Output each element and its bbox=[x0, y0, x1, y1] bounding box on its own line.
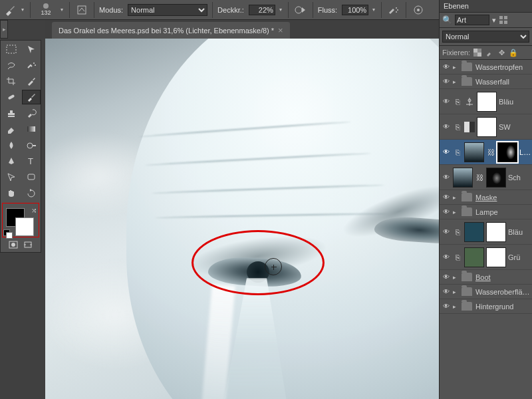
layer-thumb[interactable] bbox=[453, 168, 473, 188]
layer-row[interactable]: 👁▸Wassertropfen bbox=[440, 60, 532, 74]
disclosure-triangle[interactable]: ▸ bbox=[453, 194, 460, 201]
hand-tool[interactable] bbox=[2, 186, 21, 200]
layer-row[interactable]: 👁▸Lampe bbox=[440, 205, 532, 219]
rotate-view-tool[interactable] bbox=[22, 186, 41, 200]
pen-tool[interactable] bbox=[2, 154, 21, 168]
visibility-toggle[interactable]: 👁 bbox=[442, 63, 451, 70]
layer-row[interactable]: 👁▸Boot bbox=[440, 270, 532, 285]
dodge-tool[interactable] bbox=[22, 138, 41, 152]
layers-panel-tab[interactable]: Ebenen bbox=[440, 0, 532, 13]
layer-name[interactable]: Boot bbox=[475, 273, 530, 281]
chevron-down-icon[interactable]: ▾ bbox=[21, 7, 24, 13]
type-tool[interactable]: T bbox=[22, 154, 41, 168]
grid-icon[interactable] bbox=[499, 15, 508, 25]
screen-mode-toggle[interactable] bbox=[21, 239, 35, 251]
history-brush-tool[interactable] bbox=[22, 106, 41, 120]
swap-colors-icon[interactable]: ⤭ bbox=[31, 207, 37, 214]
quickmask-toggle[interactable] bbox=[7, 239, 20, 251]
flow-input[interactable] bbox=[342, 5, 368, 15]
visibility-toggle[interactable]: 👁 bbox=[442, 123, 451, 130]
visibility-toggle[interactable]: 👁 bbox=[442, 228, 451, 235]
layer-name[interactable]: Maske bbox=[475, 194, 530, 201]
airbrush-icon[interactable] bbox=[386, 3, 401, 17]
layer-row[interactable]: 👁⎘⛓Lich bbox=[440, 140, 532, 165]
path-select-tool[interactable] bbox=[2, 170, 21, 184]
disclosure-triangle[interactable]: ▸ bbox=[453, 64, 460, 70]
close-icon[interactable]: × bbox=[278, 25, 283, 35]
move-tool[interactable] bbox=[22, 42, 41, 57]
layer-row[interactable]: 👁▸Wasseroberfläch bbox=[440, 285, 532, 299]
layer-kind-filter[interactable] bbox=[455, 15, 489, 25]
visibility-toggle[interactable]: 👁 bbox=[442, 303, 451, 310]
layer-row[interactable]: 👁▸Wasserfall bbox=[440, 74, 532, 89]
canvas[interactable] bbox=[45, 39, 439, 399]
layer-name[interactable]: Hintergrund bbox=[475, 303, 530, 311]
shape-tool[interactable] bbox=[22, 170, 41, 184]
quick-select-tool[interactable] bbox=[22, 58, 41, 72]
layer-thumb[interactable] bbox=[464, 247, 484, 267]
layer-mask-thumb[interactable] bbox=[477, 117, 497, 137]
visibility-toggle[interactable]: 👁 bbox=[442, 194, 451, 201]
layer-row[interactable]: 👁⎘Bläu bbox=[440, 89, 532, 114]
visibility-toggle[interactable]: 👁 bbox=[442, 98, 451, 105]
chevron-down-icon[interactable]: ▾ bbox=[492, 16, 496, 25]
chevron-down-icon[interactable]: ▾ bbox=[279, 7, 282, 13]
eyedropper-tool[interactable] bbox=[22, 74, 41, 88]
pressure-size-icon[interactable] bbox=[411, 3, 426, 17]
visibility-toggle[interactable]: 👁 bbox=[442, 253, 451, 261]
lock-transparent-icon[interactable] bbox=[473, 48, 482, 57]
lasso-tool[interactable] bbox=[2, 58, 21, 72]
layer-name[interactable]: Bläu bbox=[499, 98, 527, 106]
layer-name[interactable]: Wasserfall bbox=[475, 78, 530, 86]
layer-row[interactable]: 👁▸Maske bbox=[440, 190, 532, 205]
layer-name[interactable]: Lampe bbox=[475, 208, 530, 216]
visibility-toggle[interactable]: 👁 bbox=[442, 273, 451, 281]
search-icon[interactable]: 🔍 bbox=[442, 15, 452, 25]
layer-thumb[interactable] bbox=[464, 222, 484, 242]
disclosure-triangle[interactable]: ▸ bbox=[453, 289, 460, 295]
layer-mask-thumb[interactable] bbox=[486, 222, 506, 242]
visibility-toggle[interactable]: 👁 bbox=[442, 174, 451, 181]
tool-preset-button[interactable] bbox=[3, 3, 17, 17]
gradient-tool[interactable] bbox=[22, 122, 41, 136]
blur-tool[interactable] bbox=[2, 138, 21, 152]
disclosure-triangle[interactable]: ▸ bbox=[453, 303, 460, 310]
layer-mask-thumb[interactable] bbox=[486, 247, 506, 267]
layer-name[interactable]: Lich bbox=[519, 148, 530, 156]
layer-mask-thumb[interactable] bbox=[486, 168, 506, 188]
visibility-toggle[interactable]: 👁 bbox=[442, 288, 451, 295]
opacity-input[interactable] bbox=[249, 5, 275, 15]
layer-name[interactable]: Bläu bbox=[508, 228, 527, 236]
layer-mask-thumb[interactable] bbox=[497, 142, 517, 162]
chevron-down-icon[interactable]: ▾ bbox=[372, 7, 375, 13]
heal-tool[interactable] bbox=[2, 90, 21, 104]
layer-row[interactable]: 👁⎘SW bbox=[440, 114, 532, 140]
layer-name[interactable]: Wassertropfen bbox=[475, 63, 530, 71]
brush-tool[interactable] bbox=[22, 90, 41, 104]
mask-link-icon[interactable]: ⛓ bbox=[475, 174, 484, 182]
layer-row[interactable]: 👁⎘Bläu bbox=[440, 219, 532, 245]
brush-panel-toggle-icon[interactable] bbox=[74, 3, 89, 17]
crop-tool[interactable] bbox=[2, 74, 21, 88]
collapsed-panel-strip[interactable]: ▸ bbox=[0, 20, 8, 39]
pressure-opacity-icon[interactable] bbox=[293, 3, 308, 17]
document-tab[interactable]: Das Orakel des Meeres.psd bei 31,6% (Lic… bbox=[52, 22, 290, 39]
disclosure-triangle[interactable]: ▸ bbox=[453, 209, 460, 215]
chevron-down-icon[interactable]: ▾ bbox=[61, 7, 63, 13]
layer-row[interactable]: 👁▸Hintergrund bbox=[440, 299, 532, 314]
visibility-toggle[interactable]: 👁 bbox=[442, 78, 451, 85]
default-colors-icon[interactable] bbox=[3, 229, 13, 237]
brush-preset-picker[interactable]: 132 bbox=[35, 2, 57, 18]
mask-link-icon[interactable]: ⛓ bbox=[486, 148, 495, 156]
disclosure-triangle[interactable]: ▸ bbox=[453, 78, 460, 85]
lock-position-icon[interactable]: ✥ bbox=[497, 48, 506, 57]
layer-blend-mode-select[interactable]: Normal bbox=[442, 31, 529, 43]
stamp-tool[interactable] bbox=[2, 106, 21, 120]
layer-name[interactable]: Sch bbox=[508, 174, 530, 182]
layer-name[interactable]: Grü bbox=[508, 253, 527, 261]
blend-mode-select[interactable]: Normal bbox=[128, 4, 207, 16]
marquee-tool[interactable] bbox=[2, 42, 21, 57]
background-color[interactable] bbox=[15, 217, 34, 236]
visibility-toggle[interactable]: 👁 bbox=[442, 208, 451, 215]
disclosure-triangle[interactable]: ▸ bbox=[453, 274, 460, 281]
